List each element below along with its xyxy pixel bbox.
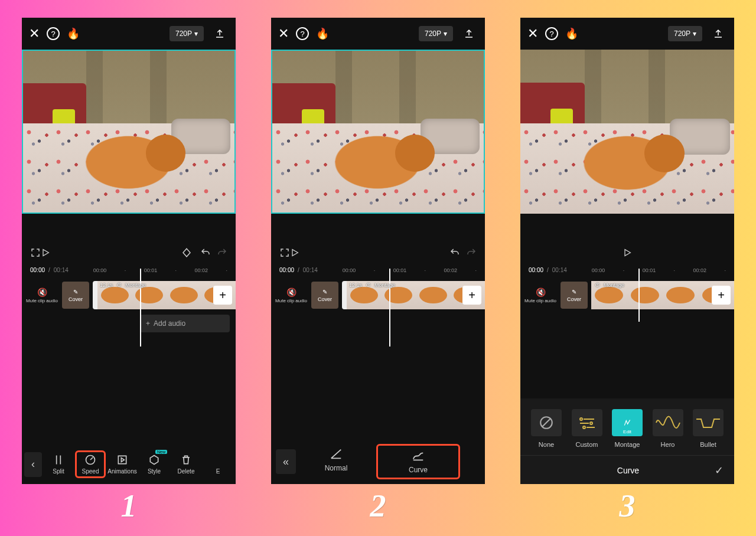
export-icon[interactable] xyxy=(460,28,478,39)
speed-mode-toolbar: « Normal Curve xyxy=(271,439,485,484)
tool-delete[interactable]: Delete xyxy=(171,452,201,476)
svg-point-4 xyxy=(590,422,592,424)
svg-point-5 xyxy=(583,426,585,429)
clip-handle-left[interactable] xyxy=(93,281,97,309)
play-icon[interactable] xyxy=(41,248,181,257)
curve-none[interactable]: None xyxy=(531,409,562,448)
montage-edit-label: Edit xyxy=(623,429,631,434)
playhead[interactable] xyxy=(140,269,141,347)
hero-icon xyxy=(655,416,681,430)
close-icon[interactable]: ✕ xyxy=(29,26,40,41)
mute-clip-button[interactable]: 🔇 Mute clip audio xyxy=(520,287,561,303)
video-preview[interactable] xyxy=(271,50,485,214)
play-icon[interactable] xyxy=(290,248,449,257)
speed-normal[interactable]: Normal xyxy=(296,444,376,479)
keyframe-icon[interactable] xyxy=(181,247,192,258)
playhead[interactable] xyxy=(389,269,390,347)
tool-animations[interactable]: Animations xyxy=(107,452,138,476)
curve-montage[interactable]: Edit Montage xyxy=(612,409,643,448)
playback-controls xyxy=(271,243,485,262)
video-preview[interactable] xyxy=(520,50,734,214)
chevron-down-icon: ▾ xyxy=(693,30,696,38)
cover-button[interactable]: ✎ Cover xyxy=(311,282,338,309)
video-clip[interactable]: 12.1s ⏱ Montage + xyxy=(93,281,236,309)
resolution-button[interactable]: 720P ▾ xyxy=(419,26,453,41)
export-icon[interactable] xyxy=(211,28,229,39)
speed-icon xyxy=(84,454,96,466)
mute-clip-button[interactable]: 🔇 Mute clip audio xyxy=(22,287,62,303)
add-clip-button[interactable]: + xyxy=(462,286,481,305)
speed-curve[interactable]: Curve xyxy=(376,444,460,479)
fullscreen-icon[interactable] xyxy=(30,247,41,258)
time-display: 00:00/ 00:14 00:00· 00:01· 00:02· xyxy=(271,262,485,273)
back-button[interactable]: « xyxy=(276,449,296,474)
add-clip-button[interactable]: + xyxy=(712,286,731,305)
edit-cover-icon: ✎ xyxy=(572,289,576,295)
video-clip[interactable]: 12.1s⏱ Montage + xyxy=(342,281,485,309)
none-icon xyxy=(539,415,554,430)
step-number: 1 xyxy=(121,488,137,524)
confirm-icon[interactable]: ✓ xyxy=(715,464,724,477)
add-clip-button[interactable]: + xyxy=(213,286,232,305)
step-number: 2 xyxy=(370,488,386,524)
chevron-down-icon: ▾ xyxy=(194,30,198,38)
editor-screen-3: ✕ ? 🔥 720P ▾ 00:00/ 00:14 00:00· 00:01· … xyxy=(520,18,734,484)
step-number: 3 xyxy=(620,488,636,524)
editor-screen-1: ✕ ? 🔥 720P ▾ xyxy=(22,18,236,484)
clip-badge: 12.1s ⏱ Montage xyxy=(100,282,146,288)
fullscreen-icon[interactable] xyxy=(279,247,290,258)
add-audio-button[interactable]: + Add audio xyxy=(140,315,230,332)
back-button[interactable]: ‹ xyxy=(24,452,42,477)
cover-button[interactable]: ✎ Cover xyxy=(561,282,588,309)
curve-title: Curve xyxy=(542,466,715,475)
curve-preset-panel: None Custom Edit Montage xyxy=(520,398,734,484)
curve-bullet[interactable]: Bullet xyxy=(693,409,724,448)
close-icon[interactable]: ✕ xyxy=(278,26,289,41)
close-icon[interactable]: ✕ xyxy=(527,26,538,41)
current-time: 00:00 xyxy=(30,267,45,273)
timeline[interactable]: 🔇 Mute clip audio ✎ Cover ⏱Montage + xyxy=(520,279,734,311)
svg-point-3 xyxy=(580,418,582,420)
curve-hero[interactable]: Hero xyxy=(653,409,683,448)
bullet-icon xyxy=(695,416,721,430)
delete-icon xyxy=(180,454,192,466)
timeline[interactable]: 🔇 Mute clip audio ✎ Cover 12.1s⏱ Montage… xyxy=(271,279,485,311)
flame-icon[interactable]: 🔥 xyxy=(316,27,329,40)
clip-handle-left[interactable] xyxy=(342,281,347,309)
video-preview[interactable] xyxy=(22,50,236,214)
help-icon[interactable]: ? xyxy=(545,27,558,40)
export-icon[interactable] xyxy=(709,28,727,39)
resolution-label: 720P xyxy=(175,30,192,38)
tool-speed[interactable]: Speed xyxy=(75,450,106,478)
undo-icon[interactable] xyxy=(449,247,460,258)
help-icon[interactable]: ? xyxy=(296,27,309,40)
play-icon[interactable] xyxy=(623,248,632,257)
edit-cover-icon: ✎ xyxy=(322,289,327,295)
resolution-button[interactable]: 720P ▾ xyxy=(170,26,204,41)
redo-icon[interactable] xyxy=(466,247,477,258)
plus-icon: + xyxy=(146,319,150,328)
flame-icon[interactable]: 🔥 xyxy=(67,27,80,40)
video-clip[interactable]: ⏱Montage + xyxy=(591,281,734,309)
playback-controls xyxy=(22,243,236,262)
flame-icon[interactable]: 🔥 xyxy=(565,27,578,40)
resolution-button[interactable]: 720P ▾ xyxy=(668,26,702,41)
redo-icon[interactable] xyxy=(217,247,227,258)
curve-footer: Curve ✓ xyxy=(520,455,734,484)
playback-controls xyxy=(520,243,734,262)
tool-extra[interactable]: E xyxy=(203,452,233,476)
topbar: ✕ ? 🔥 720P ▾ xyxy=(22,18,236,50)
tool-split[interactable]: Split xyxy=(43,452,74,476)
playhead[interactable] xyxy=(638,269,640,322)
mute-clip-button[interactable]: 🔇 Mute clip audio xyxy=(271,287,311,303)
tool-style[interactable]: New Style xyxy=(139,452,170,476)
mute-label: Mute clip audio xyxy=(26,298,58,303)
timeline[interactable]: 🔇 Mute clip audio ✎ Cover 12.1s ⏱ Montag… xyxy=(22,279,236,311)
curve-custom[interactable]: Custom xyxy=(572,409,602,448)
undo-icon[interactable] xyxy=(200,247,211,258)
edit-cover-icon: ✎ xyxy=(73,289,78,295)
custom-icon xyxy=(578,416,596,429)
cover-button[interactable]: ✎ Cover xyxy=(62,282,89,309)
time-display: 00:00 / 00:14 00:00· 00:01· 00:02· xyxy=(22,262,236,273)
help-icon[interactable]: ? xyxy=(47,27,60,40)
